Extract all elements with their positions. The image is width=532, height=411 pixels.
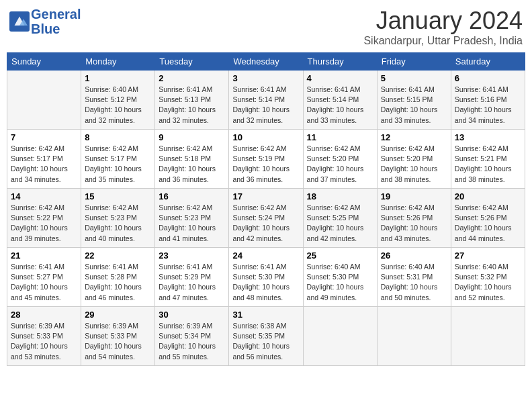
day-info: Sunrise: 6:41 AMSunset: 5:29 PMDaylight:… [159, 262, 225, 303]
day-info: Sunrise: 6:41 AMSunset: 5:13 PMDaylight:… [159, 85, 225, 126]
day-info: Sunrise: 6:42 AMSunset: 5:17 PMDaylight:… [85, 144, 151, 185]
header-cell-thursday: Thursday [303, 53, 377, 71]
calendar-cell: 8Sunrise: 6:42 AMSunset: 5:17 PMDaylight… [81, 130, 155, 189]
day-number: 16 [159, 191, 225, 201]
calendar-cell: 24Sunrise: 6:41 AMSunset: 5:30 PMDayligh… [229, 248, 303, 307]
calendar-cell: 18Sunrise: 6:42 AMSunset: 5:25 PMDayligh… [303, 189, 377, 248]
day-info: Sunrise: 6:41 AMSunset: 5:16 PMDaylight:… [455, 85, 521, 126]
day-number: 27 [455, 250, 521, 261]
day-number: 11 [307, 132, 373, 142]
logo: General Blue [9, 7, 81, 36]
day-number: 2 [159, 73, 225, 83]
day-number: 17 [232, 191, 299, 201]
calendar-cell: 2Sunrise: 6:41 AMSunset: 5:13 PMDaylight… [155, 71, 229, 130]
day-number: 3 [232, 73, 299, 83]
calendar-cell: 14Sunrise: 6:42 AMSunset: 5:22 PMDayligh… [7, 189, 81, 248]
day-number: 12 [381, 132, 447, 142]
day-info: Sunrise: 6:40 AMSunset: 5:30 PMDaylight:… [307, 262, 373, 303]
day-number: 6 [455, 73, 521, 83]
day-info: Sunrise: 6:38 AMSunset: 5:35 PMDaylight:… [232, 321, 299, 362]
calendar-cell: 23Sunrise: 6:41 AMSunset: 5:29 PMDayligh… [155, 248, 229, 307]
calendar-cell: 25Sunrise: 6:40 AMSunset: 5:30 PMDayligh… [303, 248, 377, 307]
calendar-cell: 31Sunrise: 6:38 AMSunset: 5:35 PMDayligh… [229, 307, 303, 366]
day-number: 24 [232, 250, 299, 261]
header-cell-wednesday: Wednesday [229, 53, 303, 71]
calendar-header: SundayMondayTuesdayWednesdayThursdayFrid… [7, 53, 525, 71]
calendar-cell: 13Sunrise: 6:42 AMSunset: 5:21 PMDayligh… [451, 130, 525, 189]
day-number: 9 [159, 132, 225, 142]
day-number: 31 [232, 310, 299, 320]
calendar-cell: 10Sunrise: 6:42 AMSunset: 5:19 PMDayligh… [229, 130, 303, 189]
calendar-week-1: 1Sunrise: 6:40 AMSunset: 5:12 PMDaylight… [7, 71, 525, 130]
calendar-cell: 21Sunrise: 6:41 AMSunset: 5:27 PMDayligh… [7, 248, 81, 307]
calendar-cell: 30Sunrise: 6:39 AMSunset: 5:34 PMDayligh… [155, 307, 229, 366]
day-info: Sunrise: 6:40 AMSunset: 5:32 PMDaylight:… [455, 262, 521, 303]
day-info: Sunrise: 6:42 AMSunset: 5:17 PMDaylight:… [11, 144, 77, 185]
calendar-cell: 4Sunrise: 6:41 AMSunset: 5:14 PMDaylight… [303, 71, 377, 130]
header-cell-monday: Monday [81, 53, 155, 71]
header-row: SundayMondayTuesdayWednesdayThursdayFrid… [7, 53, 525, 71]
day-info: Sunrise: 6:41 AMSunset: 5:27 PMDaylight:… [11, 262, 77, 303]
day-number: 1 [85, 73, 151, 83]
day-number: 20 [455, 191, 521, 201]
calendar-cell: 11Sunrise: 6:42 AMSunset: 5:20 PMDayligh… [303, 130, 377, 189]
header-cell-saturday: Saturday [451, 53, 525, 71]
calendar-cell: 20Sunrise: 6:42 AMSunset: 5:26 PMDayligh… [451, 189, 525, 248]
day-info: Sunrise: 6:42 AMSunset: 5:20 PMDaylight:… [307, 144, 373, 185]
calendar-cell: 7Sunrise: 6:42 AMSunset: 5:17 PMDaylight… [7, 130, 81, 189]
calendar-cell: 22Sunrise: 6:41 AMSunset: 5:28 PMDayligh… [81, 248, 155, 307]
calendar-week-4: 21Sunrise: 6:41 AMSunset: 5:27 PMDayligh… [7, 248, 525, 307]
day-info: Sunrise: 6:42 AMSunset: 5:26 PMDaylight:… [381, 203, 447, 244]
day-number: 14 [11, 191, 77, 201]
title-block: January 2024 Sikandarpur, Uttar Pradesh,… [363, 7, 523, 47]
calendar-cell: 1Sunrise: 6:40 AMSunset: 5:12 PMDaylight… [81, 71, 155, 130]
month-year-title: January 2024 [363, 7, 523, 35]
day-info: Sunrise: 6:39 AMSunset: 5:34 PMDaylight:… [159, 321, 225, 362]
calendar-week-3: 14Sunrise: 6:42 AMSunset: 5:22 PMDayligh… [7, 189, 525, 248]
day-number: 4 [307, 73, 373, 83]
header-cell-friday: Friday [377, 53, 451, 71]
day-info: Sunrise: 6:42 AMSunset: 5:20 PMDaylight:… [381, 144, 447, 185]
location-subtitle: Sikandarpur, Uttar Pradesh, India [363, 35, 523, 47]
day-number: 29 [85, 310, 151, 320]
day-number: 18 [307, 191, 373, 201]
calendar-cell: 9Sunrise: 6:42 AMSunset: 5:18 PMDaylight… [155, 130, 229, 189]
day-info: Sunrise: 6:42 AMSunset: 5:23 PMDaylight:… [159, 203, 225, 244]
day-info: Sunrise: 6:39 AMSunset: 5:33 PMDaylight:… [85, 321, 151, 362]
logo-icon [9, 11, 30, 32]
day-info: Sunrise: 6:42 AMSunset: 5:22 PMDaylight:… [11, 203, 77, 244]
calendar-cell: 12Sunrise: 6:42 AMSunset: 5:20 PMDayligh… [377, 130, 451, 189]
calendar-cell: 28Sunrise: 6:39 AMSunset: 5:33 PMDayligh… [7, 307, 81, 366]
day-info: Sunrise: 6:41 AMSunset: 5:28 PMDaylight:… [85, 262, 151, 303]
day-info: Sunrise: 6:40 AMSunset: 5:12 PMDaylight:… [85, 85, 151, 126]
calendar-cell: 17Sunrise: 6:42 AMSunset: 5:24 PMDayligh… [229, 189, 303, 248]
calendar-week-2: 7Sunrise: 6:42 AMSunset: 5:17 PMDaylight… [7, 130, 525, 189]
day-info: Sunrise: 6:42 AMSunset: 5:25 PMDaylight:… [307, 203, 373, 244]
day-number: 22 [85, 250, 151, 261]
day-number: 15 [85, 191, 151, 201]
header-cell-sunday: Sunday [7, 53, 81, 71]
day-info: Sunrise: 6:41 AMSunset: 5:14 PMDaylight:… [232, 85, 299, 126]
day-number: 7 [11, 132, 77, 142]
calendar-cell: 19Sunrise: 6:42 AMSunset: 5:26 PMDayligh… [377, 189, 451, 248]
calendar-cell [377, 307, 451, 366]
calendar-table: SundayMondayTuesdayWednesdayThursdayFrid… [7, 52, 525, 366]
calendar-week-5: 28Sunrise: 6:39 AMSunset: 5:33 PMDayligh… [7, 307, 525, 366]
calendar-cell [303, 307, 377, 366]
day-number: 25 [307, 250, 373, 261]
calendar-cell: 16Sunrise: 6:42 AMSunset: 5:23 PMDayligh… [155, 189, 229, 248]
calendar-cell: 27Sunrise: 6:40 AMSunset: 5:32 PMDayligh… [451, 248, 525, 307]
calendar-cell [451, 307, 525, 366]
header-cell-tuesday: Tuesday [155, 53, 229, 71]
day-info: Sunrise: 6:41 AMSunset: 5:14 PMDaylight:… [307, 85, 373, 126]
day-info: Sunrise: 6:42 AMSunset: 5:26 PMDaylight:… [455, 203, 521, 244]
day-number: 5 [381, 73, 447, 83]
day-info: Sunrise: 6:42 AMSunset: 5:19 PMDaylight:… [232, 144, 299, 185]
calendar-cell [7, 71, 81, 130]
day-number: 30 [159, 310, 225, 320]
calendar-cell: 5Sunrise: 6:41 AMSunset: 5:15 PMDaylight… [377, 71, 451, 130]
day-info: Sunrise: 6:42 AMSunset: 5:21 PMDaylight:… [455, 144, 521, 185]
calendar-cell: 3Sunrise: 6:41 AMSunset: 5:14 PMDaylight… [229, 71, 303, 130]
page-header: General Blue January 2024 Sikandarpur, U… [7, 7, 525, 47]
day-number: 8 [85, 132, 151, 142]
